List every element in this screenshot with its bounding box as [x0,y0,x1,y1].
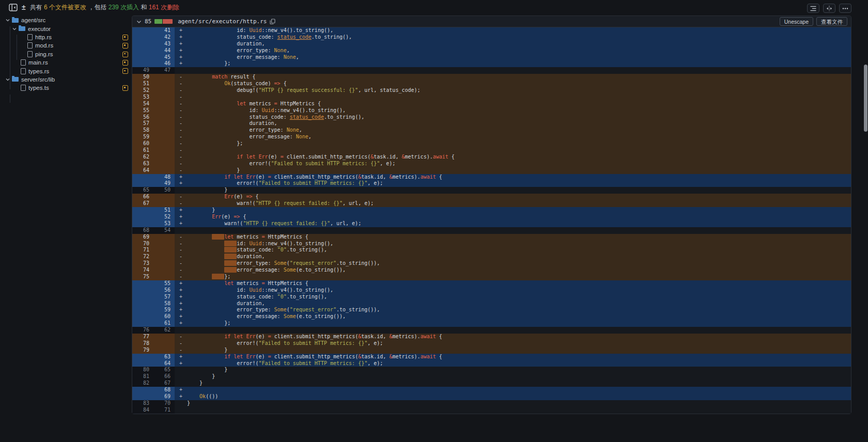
code-line: + error_type: Some("request_error".to_st… [175,307,851,313]
scrollbar-thumb[interactable] [864,65,867,132]
code-token [187,393,199,399]
new-line-number: 65 [153,367,175,373]
tree-file-main-rs[interactable]: main.rs [4,58,132,67]
diff-row: 62- if let Err(e) = client.submit_http_m… [132,154,851,161]
code-token: => [274,81,281,86]
copy-path-button[interactable] [270,19,275,25]
code-token: metrics [234,280,261,286]
code-token: id: [187,107,262,113]
tree-item-label: http.rs [35,34,52,40]
diff-row: 53- [132,94,851,101]
diff-row: 52+ Err(e) => { [132,214,851,220]
diff-marker: - [179,114,187,121]
diff-marker: + [179,320,187,327]
diff-marker: - [179,74,187,81]
code-token [224,247,237,252]
code-line: - Err(e) => { [175,194,851,200]
diff-marker: + [179,294,187,301]
ellipsis-icon [842,5,849,12]
new-line-number: 53 [153,220,175,227]
code-line: + }; [175,320,851,327]
tree-folder-executor[interactable]: executor [4,24,132,33]
new-line-number: 48 [153,174,175,181]
code-token: status_code: [237,247,277,252]
diff-row: 78- error!("Failed to submit HTTP metric… [132,340,851,347]
code-token: Some [284,267,296,273]
diff-row: 50- match result { [132,74,851,81]
diff-row: 8065 } [132,367,851,373]
view-file-button[interactable]: 查看文件 [816,17,847,26]
diff-row: 8166 } [132,373,851,380]
code-token: (e.to_string()), [296,313,346,319]
new-line-number: 58 [153,301,175,307]
code-token: duration, [187,301,265,306]
code-token: task.id, [361,334,389,339]
code-token: let [224,234,234,240]
code-token: Err [212,214,221,219]
file-icon [27,34,33,40]
code-line: - if let Err(e) = client.submit_http_met… [175,334,851,340]
code-line [175,227,851,234]
new-line-number [153,274,175,280]
more-options-button[interactable] [839,4,851,13]
tree-folder-agent-src[interactable]: agent/src [4,16,132,24]
code-token: , [287,48,290,53]
tree-file-http-rs[interactable]: http.rs [4,33,132,41]
deletions-bar [163,19,173,24]
diff-row: 8471 [132,407,851,414]
code-token: None [287,127,299,133]
summary-and: 和 [139,4,149,11]
diff-row: 7662 [132,327,851,334]
collapse-file-button[interactable] [136,20,142,24]
tree-item-label: types.ts [28,85,49,91]
diff-row: 53+ warn!("HTTP {} request failed: {}", … [132,220,851,227]
diff-marker: - [179,200,187,207]
code-token: Uuid [262,107,274,113]
tree-file-mod-rs[interactable]: mod.rs [4,41,132,50]
code-line: + let metrics = HttpMetrics { [175,280,851,287]
tree-folder-server-src-lib[interactable]: server/src/lib [4,75,132,84]
code-token: { [240,214,246,219]
code-token: .to_string()), [336,260,380,266]
old-line-number: 71 [132,247,153,254]
new-line-number: 42 [153,34,175,41]
code-line [175,407,851,414]
diff-row: 49+ error!("Failed to submit HTTP metric… [132,180,851,187]
code-token: let [246,154,255,160]
code-token: .to_string(), [287,247,327,252]
code-token [187,267,224,273]
tree-file-types-ts[interactable]: types.ts [4,84,132,92]
code-token: metrics [246,101,274,106]
code-token: await [433,154,448,160]
new-line-number: 63 [153,354,175,360]
split-view-button[interactable] [823,4,835,13]
code-token: metrics). [405,154,433,160]
tree-file-types-rs[interactable]: types.rs [4,67,132,75]
code-token: , [308,134,312,139]
code-token: } [187,347,227,353]
deletions-count: 161 次删除 [149,4,179,11]
code-line: + [175,387,851,393]
outline-list-button[interactable] [807,4,819,13]
code-token: id: [187,287,249,293]
code-token: result { [227,74,255,80]
code-token: (()) [206,393,218,399]
code-token [187,280,224,286]
diff-marker: + [179,287,187,294]
code-token: .to_string(), [312,34,352,40]
code-token: Some [274,260,287,266]
diff-marker: + [179,41,187,48]
toggle-file-tree-button[interactable] [9,4,18,11]
unescape-button[interactable]: Unescape [780,17,813,26]
diff-marker: - [179,140,187,147]
diff-marker: - [179,274,187,280]
code-token: Ok [224,81,230,86]
diff-marker: + [179,301,187,307]
tree-file-ping-rs[interactable]: ping.rs [4,50,132,58]
new-line-number [153,107,175,114]
diff-stat-bars [154,19,173,24]
diff-file-header: 85 agent/src/executor/http.rs Unescape 查… [132,16,851,27]
code-token: }; [187,60,230,66]
code-token: (e) [255,354,268,359]
new-line-number [153,81,175,87]
